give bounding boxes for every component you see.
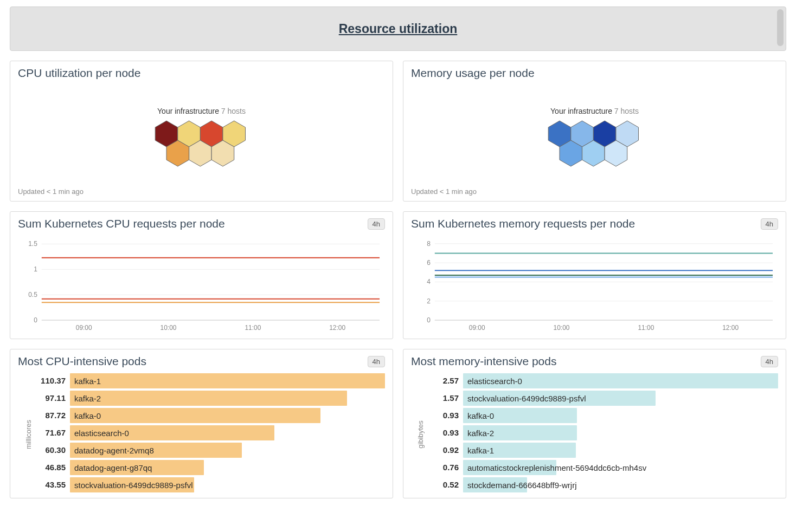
y-tick-label: 0 — [34, 316, 37, 324]
x-tick-label: 09:00 — [76, 324, 92, 332]
toplist-value: 43.55 — [32, 477, 70, 492]
toplist-row[interactable]: 71.67elasticsearch-0 — [32, 425, 385, 440]
y-tick-label: 2 — [427, 297, 431, 305]
x-tick-label: 10:00 — [161, 324, 177, 332]
toplist-body: millicores 110.37kafka-197.11kafka-287.7… — [10, 371, 393, 498]
toplist-bar — [70, 391, 347, 406]
toplist-value: 71.67 — [32, 425, 70, 440]
toplist-label: kafka-2 — [74, 391, 101, 406]
toplist-value: 0.92 — [425, 443, 463, 458]
hostmap-caption-prefix: Your infrastructure — [550, 107, 612, 115]
toplist-value: 110.37 — [32, 373, 70, 388]
hostmap-hexes-memory[interactable] — [543, 119, 646, 178]
toplist-label: kafka-1 — [74, 373, 101, 388]
x-tick-label: 09:00 — [469, 324, 485, 332]
y-tick-label: 6 — [427, 259, 431, 267]
toplist-row[interactable]: 2.57elasticsearch-0 — [425, 373, 778, 388]
section-banner: Resource utilization — [10, 7, 786, 51]
hostmap-caption-suffix: 7 hosts — [614, 107, 639, 115]
toplist-row[interactable]: 97.11kafka-2 — [32, 391, 385, 406]
linechart-memory-requests[interactable]: 0246809:0010:0011:0012:00 — [411, 236, 778, 333]
panel-title: Most memory-intensive pods — [411, 355, 556, 368]
panel-updated-text: Updated < 1 min ago — [411, 187, 477, 196]
panel-memory-requests-chart[interactable]: Sum Kubernetes memory requests per node … — [403, 211, 786, 339]
toplist-value: 0.52 — [425, 477, 463, 492]
panel-title: Sum Kubernetes memory requests per node — [411, 217, 635, 230]
toplist-label: stockvaluation-6499dc9889-psfvl — [74, 477, 192, 492]
y-tick-label: 8 — [427, 240, 431, 248]
toplist-ylabel: gibibytes — [416, 420, 425, 448]
toplist-value: 97.11 — [32, 391, 70, 406]
panel-cpu-hostmap[interactable]: CPU utilization per node Your infrastruc… — [10, 61, 393, 202]
toplist-row[interactable]: 0.52stockdemand-666648bff9-wrjrj — [425, 477, 778, 492]
toplist-value: 2.57 — [425, 373, 463, 388]
toplist-label: elasticsearch-0 — [74, 425, 129, 440]
panel-memory-pods-toplist[interactable]: Most memory-intensive pods 4h gibibytes … — [403, 349, 786, 498]
toplist-bar — [70, 373, 385, 388]
toplist-label: stockvaluation-6499dc9889-psfvl — [467, 391, 586, 406]
toplist-value: 46.85 — [32, 460, 70, 475]
toplist-value: 87.72 — [32, 408, 70, 423]
toplist-bar — [70, 408, 320, 423]
toplist-row[interactable]: 0.93kafka-0 — [425, 408, 778, 423]
toplist-row[interactable]: 60.30datadog-agent-2vmq8 — [32, 443, 385, 458]
panel-title: CPU utilization per node — [18, 67, 140, 80]
toplist-label: datadog-agent-2vmq8 — [74, 443, 154, 458]
hostmap-caption: Your infrastructure 7 hosts — [403, 107, 786, 115]
toplist-value: 0.76 — [425, 460, 463, 475]
time-range-badge[interactable]: 4h — [368, 356, 385, 367]
panel-updated-text: Updated < 1 min ago — [18, 187, 84, 196]
x-tick-label: 11:00 — [638, 324, 654, 332]
y-tick-label: 1 — [34, 265, 37, 273]
toplist-label: kafka-1 — [467, 443, 494, 458]
x-tick-label: 10:00 — [554, 324, 570, 332]
toplist-body: gibibytes 2.57elasticsearch-01.57stockva… — [403, 371, 786, 498]
toplist-row[interactable]: 1.57stockvaluation-6499dc9889-psfvl — [425, 391, 778, 406]
hostmap-caption-suffix: 7 hosts — [221, 107, 246, 115]
panel-title: Sum Kubernetes CPU requests per node — [18, 217, 225, 230]
toplist-value: 60.30 — [32, 443, 70, 458]
toplist-label: elasticsearch-0 — [467, 373, 522, 388]
panel-cpu-requests-chart[interactable]: Sum Kubernetes CPU requests per node 4h … — [10, 211, 393, 339]
linechart-cpu-requests[interactable]: 00.511.509:0010:0011:0012:00 — [18, 236, 385, 333]
toplist-row[interactable]: 43.55stockvaluation-6499dc9889-psfvl — [32, 477, 385, 492]
hostmap-caption-prefix: Your infrastructure — [157, 107, 219, 115]
panel-title: Most CPU-intensive pods — [18, 355, 146, 368]
toplist-value: 1.57 — [425, 391, 463, 406]
panel-title: Memory usage per node — [411, 67, 535, 80]
toplist-value: 0.93 — [425, 425, 463, 440]
section-banner-title: Resource utilization — [339, 22, 458, 36]
y-tick-label: 0.5 — [28, 291, 37, 299]
toplist-label: stockdemand-666648bff9-wrjrj — [467, 477, 577, 492]
time-range-badge[interactable]: 4h — [368, 218, 385, 230]
x-tick-label: 12:00 — [329, 324, 345, 332]
hostmap-hexes-cpu[interactable] — [150, 119, 253, 178]
toplist-label: automaticstockreplenishment-5694ddc6cb-m… — [467, 460, 646, 475]
y-tick-label: 0 — [427, 316, 431, 324]
x-tick-label: 12:00 — [722, 324, 739, 332]
toplist-row[interactable]: 0.92kafka-1 — [425, 443, 778, 458]
toplist-label: datadog-agent-g87qq — [74, 460, 152, 475]
x-tick-label: 11:00 — [245, 324, 261, 332]
toplist-ylabel: millicores — [24, 420, 33, 449]
y-tick-label: 1.5 — [28, 240, 37, 248]
panel-cpu-pods-toplist[interactable]: Most CPU-intensive pods 4h millicores 11… — [10, 349, 393, 498]
toplist-label: kafka-2 — [467, 425, 494, 440]
time-range-badge[interactable]: 4h — [761, 218, 778, 230]
toplist-row[interactable]: 0.93kafka-2 — [425, 425, 778, 440]
panel-memory-hostmap[interactable]: Memory usage per node Your infrastructur… — [403, 61, 786, 202]
toplist-label: kafka-0 — [74, 408, 101, 423]
toplist-row[interactable]: 0.76automaticstockreplenishment-5694ddc6… — [425, 460, 778, 475]
toplist-row[interactable]: 87.72kafka-0 — [32, 408, 385, 423]
toplist-label: kafka-0 — [467, 408, 494, 423]
scrollbar-thumb[interactable] — [777, 9, 784, 46]
hostmap-caption: Your infrastructure 7 hosts — [10, 107, 393, 115]
y-tick-label: 4 — [427, 278, 431, 286]
time-range-badge[interactable]: 4h — [761, 356, 778, 367]
toplist-row[interactable]: 110.37kafka-1 — [32, 373, 385, 388]
toplist-value: 0.93 — [425, 408, 463, 423]
toplist-row[interactable]: 46.85datadog-agent-g87qq — [32, 460, 385, 475]
